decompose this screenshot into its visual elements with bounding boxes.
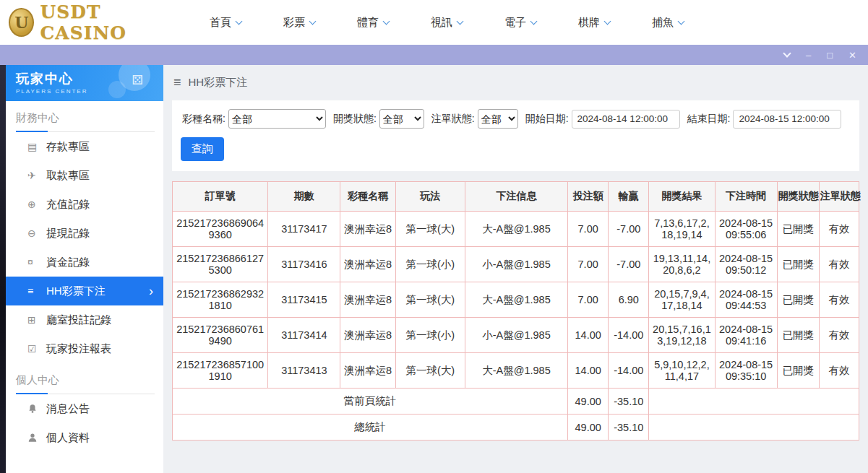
table-cell: 2024-08-15 09:35:10 <box>715 353 777 389</box>
table-cell: 第一球(小) <box>395 318 465 353</box>
end-date-label: 結束日期: <box>687 113 731 126</box>
deposit-icon: ▤ <box>27 141 46 152</box>
sidebar-item-label: HH彩票下注 <box>46 285 106 298</box>
sidebar-item-label: 玩家投注報表 <box>46 342 111 356</box>
table-cell: 有效 <box>819 247 859 282</box>
table-header-row: 訂單號期數彩種名稱玩法下注信息投注額輸贏開獎結果下注時間開獎狀態注單狀態 <box>173 182 859 212</box>
lottery-name-select[interactable]: 全部 <box>228 109 326 129</box>
sidebar-item-withdraw[interactable]: ✈取款專區 <box>6 161 163 190</box>
column-header: 訂單號 <box>173 182 268 212</box>
nav-item-4[interactable]: 視訊 <box>431 16 463 30</box>
sidebar-item-room-bet[interactable]: ⊞廳室投註記錄 <box>6 305 163 334</box>
chevron-down-icon <box>604 17 611 25</box>
maximize-icon[interactable]: □ <box>827 51 833 60</box>
start-date-label: 開始日期: <box>525 113 569 126</box>
sidebar-item-recharge[interactable]: ⊕充值記錄 <box>6 190 163 219</box>
nav-item-7[interactable]: 捕魚 <box>652 16 684 30</box>
draw-status-select[interactable]: 全部 <box>379 109 424 129</box>
total-empty <box>649 389 859 415</box>
table-cell: 有效 <box>819 212 859 247</box>
sidebar-header: 玩家中心 PLAYERS CENTER ⚄ <box>6 65 163 101</box>
sidebar-item-report[interactable]: ☑玩家投注報表 <box>6 334 163 363</box>
sidebar-item-label: 充值記錄 <box>46 198 90 212</box>
table-cell: 31173417 <box>268 212 340 247</box>
chevron-down-icon[interactable] <box>783 49 791 57</box>
main-content: ≡ HH彩票下注 彩種名稱: 全部 開獎狀態: 全部 注單狀態: 全部 <box>163 65 868 473</box>
page-title: HH彩票下注 <box>189 76 248 90</box>
logo[interactable]: U USDT CASINO <box>9 1 175 43</box>
nav-item-1[interactable]: 首頁 <box>210 16 241 30</box>
order-status-select[interactable]: 全部 <box>478 109 518 129</box>
end-date-input[interactable] <box>733 110 841 129</box>
logo-text: USDT CASINO <box>40 1 175 43</box>
table-cell: 7.00 <box>568 282 609 318</box>
page-total-row: 當前頁統計49.00-35.10 <box>173 389 859 415</box>
table-cell: -14.00 <box>609 353 649 389</box>
table-cell: 31173414 <box>268 318 340 353</box>
table-cell: 第一球(大) <box>395 212 465 247</box>
table-cell: 已開獎 <box>777 353 819 389</box>
sidebar-item-bell[interactable]: 消息公告 <box>6 394 163 423</box>
menu-icon[interactable]: ≡ <box>173 75 181 90</box>
total-label: 總統計 <box>173 415 568 441</box>
dice-icon: ⚄ <box>132 72 143 88</box>
table-cell: 大-A盤@1.985 <box>465 282 567 318</box>
table-cell: 2024-08-15 09:55:06 <box>715 212 777 247</box>
column-header: 期數 <box>268 182 340 212</box>
sidebar-item-label: 廳室投註記錄 <box>46 313 111 327</box>
table-cell: 已開獎 <box>777 212 819 247</box>
table-cell: 已開獎 <box>777 318 819 353</box>
nav-item-label: 彩票 <box>283 16 305 30</box>
table-cell: 31173413 <box>268 353 340 389</box>
filter-panel: 彩種名稱: 全部 開獎狀態: 全部 注單狀態: 全部 開始日期: 結束日期: <box>172 100 859 171</box>
nav-item-2[interactable]: 彩票 <box>283 16 315 30</box>
table-cell: -7.00 <box>609 212 649 247</box>
player-center-window: – □ ✕ 玩家中心 PLAYERS CENTER ⚄ 財務中心▤存款專區✈取款… <box>0 45 868 473</box>
total-label: 當前頁統計 <box>173 389 568 415</box>
sidebar-item-cashout[interactable]: ⊖提現記錄 <box>6 219 163 248</box>
profile-icon <box>27 433 46 443</box>
table-cell: 2152172368571001910 <box>173 353 268 389</box>
chevron-down-icon <box>236 17 243 25</box>
column-header: 輸贏 <box>609 182 649 212</box>
chevron-down-icon <box>309 17 317 25</box>
total-winloss: -35.10 <box>609 389 649 415</box>
total-bet: 49.00 <box>568 389 609 415</box>
table-cell: 7.00 <box>568 247 609 282</box>
table-cell: 2152172368661275300 <box>173 247 268 282</box>
table-cell: 第一球(大) <box>395 353 465 389</box>
lottery-name-label: 彩種名稱: <box>182 113 225 126</box>
table-cell: 2024-08-15 09:50:12 <box>715 247 777 282</box>
recharge-icon: ⊕ <box>27 199 46 210</box>
close-icon[interactable]: ✕ <box>848 51 856 60</box>
search-button[interactable]: 查詢 <box>181 137 224 161</box>
column-header: 注單狀態 <box>819 182 859 212</box>
table-cell: -7.00 <box>609 247 649 282</box>
order-status-label: 注單狀態: <box>431 113 475 126</box>
cashout-icon: ⊖ <box>27 227 46 239</box>
table-cell: 14.00 <box>568 318 609 353</box>
nav-item-6[interactable]: 棋牌 <box>578 16 610 30</box>
table-cell: 小-A盤@1.985 <box>465 318 567 353</box>
report-icon: ☑ <box>27 343 46 355</box>
table-cell: 2152172368690649360 <box>173 212 268 247</box>
table-cell: 20,15,7,9,4,17,18,14 <box>649 282 715 318</box>
sidebar-item-deposit[interactable]: ▤存款專區 <box>6 132 163 161</box>
sidebar-item-funds[interactable]: ¤資金記錄 <box>6 248 163 277</box>
coin-logo-icon: U <box>9 8 34 37</box>
total-bet: 49.00 <box>568 415 609 441</box>
table-cell: 澳洲幸运8 <box>340 212 395 247</box>
sidebar-item-profile[interactable]: 個人資料 <box>6 423 163 452</box>
column-header: 開獎結果 <box>649 182 715 212</box>
window-titlebar: – □ ✕ <box>0 45 868 65</box>
column-header: 開獎狀態 <box>777 182 819 212</box>
nav-item-5[interactable]: 電子 <box>504 16 536 30</box>
sidebar-item-lottery-bet[interactable]: ≡HH彩票下注› <box>6 277 163 305</box>
minimize-icon[interactable]: – <box>806 51 811 60</box>
table-cell: 6.90 <box>609 282 649 318</box>
start-date-input[interactable] <box>572 110 680 129</box>
nav-item-3[interactable]: 體育 <box>357 16 389 30</box>
column-header: 下注時間 <box>715 182 777 212</box>
table-row: 215217236866127530031173416澳洲幸运8第一球(小)小-… <box>173 247 859 282</box>
table-cell: 第一球(大) <box>395 282 465 318</box>
